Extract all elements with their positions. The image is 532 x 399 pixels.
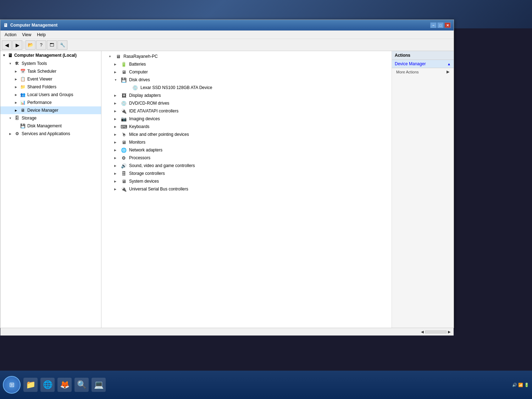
sidebar-item-system-tools[interactable]: ▼ 🛠 System Tools [0, 60, 101, 67]
sidebar-item-services[interactable]: ▶ ⚙ Services and Applications [0, 130, 101, 138]
expand-arrow: ▶ [14, 69, 18, 73]
title-bar: 🖥 Computer Management – □ ✕ [0, 20, 454, 31]
maximize-button[interactable]: □ [437, 22, 444, 28]
computer-label: Computer [129, 70, 148, 74]
taskbar-icon-firefox[interactable]: 🦊 [57, 378, 72, 392]
device-mice[interactable]: ▶ 🖱 Mice and other pointing devices [101, 131, 392, 138]
processors-label: Processors [129, 155, 150, 160]
root-label: Computer Management (Local) [14, 53, 77, 58]
back-button[interactable]: ◀ [2, 40, 12, 50]
expand-arrow: ▶ [14, 100, 18, 105]
performance-label: Performance [27, 100, 52, 105]
expand-arrow: ▶ [14, 85, 18, 89]
collapse-arrow: ▼ [109, 55, 113, 58]
expand-arrow: ▶ [14, 77, 18, 81]
device-lexar-ssd[interactable]: 💿 Lexar SSD NS100 128GB ATA Device [101, 84, 392, 92]
scroll-right[interactable]: ▶ [448, 330, 451, 334]
minimize-button[interactable]: – [430, 22, 437, 28]
sidebar-item-task-scheduler[interactable]: ▶ 📅 Task Scheduler [0, 67, 101, 75]
snap-button[interactable]: 🗔 [47, 40, 57, 50]
sidebar-item-event-viewer[interactable]: ▶ 📋 Event Viewer [0, 75, 101, 83]
forward-button[interactable]: ▶ [12, 40, 22, 50]
processors-icon: ⚙ [121, 155, 127, 161]
task-scheduler-label: Task Scheduler [27, 69, 56, 74]
expand-arrow: ▼ [114, 78, 118, 82]
menu-action[interactable]: Action [2, 32, 19, 38]
start-button[interactable]: ⊞ [3, 376, 21, 394]
menu-help[interactable]: Help [34, 32, 49, 38]
action-more-actions[interactable]: More Actions ▶ [392, 68, 454, 76]
device-computer[interactable]: ▶ 🖥 Computer [101, 68, 392, 76]
device-display-adapters[interactable]: ▶ 🖼 Display adapters [101, 92, 392, 99]
taskbar: ⊞ 📁 🌐 🦊 🔍 💻 🔊 📶 🔋 [0, 371, 532, 399]
sidebar-item-shared-folders[interactable]: ▶ 📁 Shared Folders [0, 83, 101, 91]
expand-arrow: ▶ [114, 133, 118, 136]
device-storage-controllers[interactable]: ▶ 🗄 Storage controllers [101, 170, 392, 177]
open-button[interactable]: 📂 [26, 40, 35, 50]
dvd-drives-label: DVD/CD-ROM drives [129, 101, 169, 106]
disk-drives-label: Disk drives [129, 77, 150, 82]
device-disk-drives[interactable]: ▼ 💾 Disk drives [101, 76, 392, 84]
help-button[interactable]: ? [36, 40, 46, 50]
expand-arrow: ▶ [14, 93, 18, 97]
device-sound[interactable]: ▶ 🔊 Sound, video and game controllers [101, 162, 392, 170]
taskbar-icon-ie[interactable]: 🌐 [40, 378, 55, 392]
expand-arrow: ▶ [114, 180, 118, 183]
device-processors[interactable]: ▶ ⚙ Processors [101, 154, 392, 162]
device-dvd-drives[interactable]: ▶ 💿 DVD/CD-ROM drives [101, 99, 392, 107]
performance-icon: 📊 [20, 100, 26, 105]
sidebar-item-device-manager[interactable]: ▶ 🖥 Device Manager [0, 106, 101, 114]
taskbar-icon-folder[interactable]: 📁 [23, 378, 38, 392]
taskbar-icon-computer[interactable]: 💻 [92, 378, 106, 392]
device-usb[interactable]: ▶ 🔌 Universal Serial Bus controllers [101, 185, 392, 193]
sound-icon: 🔊 [121, 162, 127, 169]
device-manager-icon: 🖥 [20, 107, 26, 113]
batteries-label: Batteries [129, 62, 146, 67]
left-pane: ▼ 🖥 Computer Management (Local) ▼ 🛠 Syst… [0, 51, 101, 328]
services-icon: ⚙ [14, 131, 20, 137]
middle-pane: ▼ 🖥 RasaRayaneh-PC ▶ 🔋 Batteries ▶ 🖥 Com… [101, 51, 392, 328]
close-button[interactable]: ✕ [444, 22, 451, 28]
expand-arrow: ▶ [114, 117, 118, 121]
action-label: Device Manager [395, 61, 426, 66]
computer-device-icon: 🖥 [121, 69, 127, 75]
action-expand-icon: ▲ [447, 62, 451, 66]
more-actions-arrow: ▶ [447, 70, 449, 74]
sidebar-item-storage[interactable]: ▼ 🗄 Storage [0, 114, 101, 122]
system-tools-icon: 🛠 [14, 61, 20, 66]
device-monitors[interactable]: ▶ 🖥 Monitors [101, 138, 392, 146]
sidebar-item-performance[interactable]: ▶ 📊 Performance [0, 99, 101, 106]
device-network-adapters[interactable]: ▶ 🌐 Network adapters [101, 146, 392, 154]
storage-ctrl-icon: 🗄 [121, 170, 127, 177]
device-system[interactable]: ▶ 🖥 System devices [101, 177, 392, 185]
expand-arrow: ▶ [114, 94, 118, 97]
computer-management-window: 🖥 Computer Management – □ ✕ Action View … [0, 20, 454, 328]
menu-view[interactable]: View [19, 32, 34, 38]
event-viewer-icon: 📋 [20, 76, 26, 82]
ssd-icon: 💿 [132, 84, 138, 91]
device-root[interactable]: ▼ 🖥 RasaRayaneh-PC [101, 52, 392, 60]
device-batteries[interactable]: ▶ 🔋 Batteries [101, 60, 392, 68]
sidebar-item-local-users[interactable]: ▶ 👥 Local Users and Groups [0, 91, 101, 99]
ide-label: IDE ATA/ATAPI controllers [129, 109, 178, 113]
scroll-left[interactable]: ◀ [421, 330, 424, 334]
toolbar-separator [24, 41, 24, 49]
taskbar-right: 🔊 📶 🔋 [512, 383, 529, 387]
computer-icon: 🖥 [115, 53, 121, 60]
usb-icon: 🔌 [121, 186, 127, 192]
taskbar-icon-chrome[interactable]: 🔍 [74, 378, 89, 392]
expand-arrow: ▶ [114, 102, 118, 105]
ide-icon: 🔌 [121, 108, 127, 114]
device-ide-controllers[interactable]: ▶ 🔌 IDE ATA/ATAPI controllers [101, 107, 392, 115]
action-device-manager[interactable]: Device Manager ▲ [392, 60, 454, 68]
window-title: Computer Management [10, 23, 57, 28]
right-pane: Actions Device Manager ▲ More Actions ▶ [392, 51, 454, 328]
device-imaging[interactable]: ▶ 📷 Imaging devices [101, 115, 392, 123]
title-bar-buttons: – □ ✕ [430, 22, 451, 28]
tree-root-computer-management[interactable]: ▼ 🖥 Computer Management (Local) [0, 51, 101, 60]
monitors-icon: 🖥 [121, 139, 127, 145]
expand-arrow: ▼ [8, 116, 12, 120]
configure-button[interactable]: 🔧 [57, 40, 67, 50]
device-keyboards[interactable]: ▶ ⌨ Keyboards [101, 123, 392, 131]
sidebar-item-disk-management[interactable]: 💾 Disk Management [0, 122, 101, 130]
